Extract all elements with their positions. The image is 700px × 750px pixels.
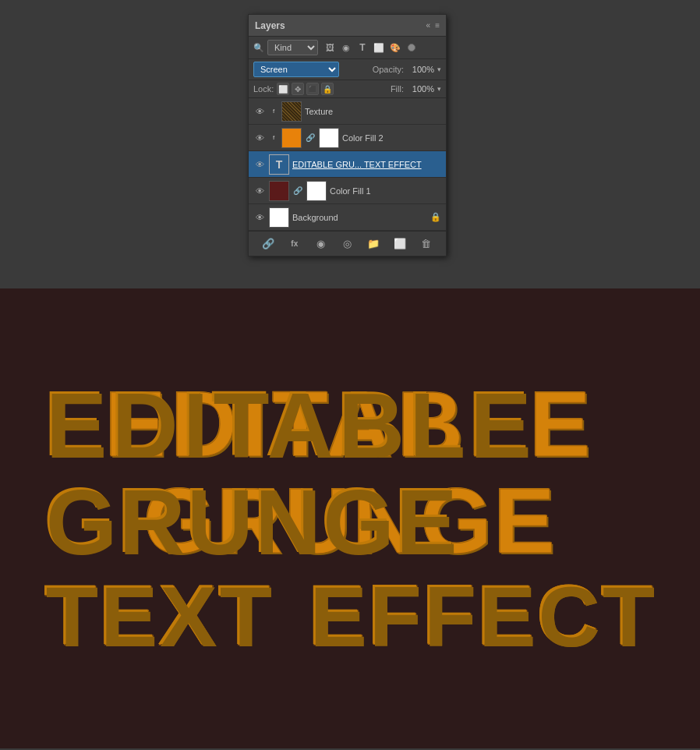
group-btn[interactable]: 📁 xyxy=(366,237,380,251)
layer-visibility-eye[interactable]: 👁 xyxy=(253,211,266,224)
opacity-label: Opacity: xyxy=(373,65,404,74)
lock-label: Lock: xyxy=(253,84,274,94)
layer-row-active[interactable]: 👁 T EDITABLE GRU... TEXT EFFECT xyxy=(249,151,446,178)
layers-list: 👁 f Texture 👁 f 🔗 Color Fill 2 👁 T EDITA… xyxy=(249,98,446,231)
opacity-arrow[interactable]: ▾ xyxy=(437,65,441,73)
layer-thumbnail-text: T xyxy=(269,154,289,175)
layer-visibility-eye[interactable]: 👁 xyxy=(253,105,266,118)
layer-thumbnail-mask xyxy=(319,128,339,148)
link-layers-btn[interactable]: 🔗 xyxy=(261,237,275,251)
layer-visibility-eye[interactable]: 👁 xyxy=(253,185,266,197)
lock-pixels-btn[interactable]: ⬜ xyxy=(277,83,289,95)
layer-thumbnail-mask2 xyxy=(306,181,327,201)
layer-row[interactable]: 👁 Background 🔒 xyxy=(249,204,446,231)
opacity-value: 100% xyxy=(407,65,434,74)
filter-smart-icon[interactable]: 🎨 xyxy=(388,41,402,55)
layers-panel: Layers « ≡ 🔍 Kind 🖼 ◉ T ⬜ 🎨 Screen Norma… xyxy=(248,14,447,256)
layer-row[interactable]: 👁 f Texture xyxy=(249,98,446,125)
layer-lock-icon: 🔒 xyxy=(430,212,441,222)
filter-image-icon[interactable]: 🖼 xyxy=(323,41,337,55)
filter-shape-icon[interactable]: ⬜ xyxy=(372,41,386,55)
layer-row[interactable]: 👁 f 🔗 Color Fill 2 xyxy=(249,125,446,151)
menu-icon[interactable]: ≡ xyxy=(435,21,440,30)
new-layer-btn[interactable]: ⬜ xyxy=(393,237,407,251)
panel-title: Layers xyxy=(255,20,285,31)
layer-thumbnail-orange xyxy=(281,128,302,148)
layer-chain-icon: 🔗 xyxy=(292,186,303,196)
layer-row[interactable]: 👁 🔗 Color Fill 1 xyxy=(249,178,446,204)
delete-btn[interactable]: 🗑 xyxy=(419,237,433,251)
layer-thumbnail-bg xyxy=(269,207,289,228)
panel-header: Layers « ≡ xyxy=(249,15,446,37)
lock-all-btn[interactable]: 🔒 xyxy=(321,83,334,95)
layer-mask-btn[interactable]: ◎ xyxy=(340,237,354,251)
layer-name: Background xyxy=(292,213,427,222)
lock-artboard-btn[interactable]: ⬛ xyxy=(306,83,319,95)
fill-arrow[interactable]: ▾ xyxy=(437,85,441,93)
lock-position-btn[interactable]: ✥ xyxy=(292,83,304,95)
panel-header-icons: « ≡ xyxy=(426,21,440,30)
grunge-text-line2: GRUNGE xyxy=(44,473,656,570)
layer-chain-icon: 🔗 xyxy=(305,133,316,143)
grunge-text-container: EDITABLE GRUNGE TEXT EFFECT xyxy=(29,361,671,675)
panel-footer: 🔗 fx ◉ ◎ 📁 ⬜ 🗑 xyxy=(249,231,446,256)
collapse-icon[interactable]: « xyxy=(426,21,431,30)
grunge-text-line3: TEXT EFFECT xyxy=(44,570,656,660)
fill-value: 100% xyxy=(407,84,434,94)
layer-name: Color Fill 1 xyxy=(330,186,441,196)
blend-row: Screen Normal Multiply Overlay Opacity: … xyxy=(249,59,446,80)
filter-search-icon: 🔍 xyxy=(253,43,264,53)
filter-circle-icon[interactable] xyxy=(405,41,419,55)
lock-row: Lock: ⬜ ✥ ⬛ 🔒 Fill: 100% ▾ xyxy=(249,80,446,98)
lock-icons: ⬜ ✥ ⬛ 🔒 xyxy=(277,83,334,95)
layer-fx-btn[interactable]: fx xyxy=(288,237,302,251)
filter-adjust-icon[interactable]: ◉ xyxy=(339,41,353,55)
layer-name: Color Fill 2 xyxy=(342,133,441,143)
kind-dropdown[interactable]: Kind xyxy=(267,40,318,55)
filter-icons: 🖼 ◉ T ⬜ 🎨 xyxy=(323,41,419,55)
grunge-text-line1: EDITABLE xyxy=(44,377,656,473)
filter-text-icon[interactable]: T xyxy=(355,41,369,55)
layer-visibility-eye[interactable]: 👁 xyxy=(253,158,266,171)
layer-thumbnail xyxy=(281,101,302,122)
new-fill-btn[interactable]: ◉ xyxy=(314,237,328,251)
layer-name: EDITABLE GRU... TEXT EFFECT xyxy=(292,160,441,169)
filter-row: 🔍 Kind 🖼 ◉ T ⬜ 🎨 xyxy=(249,37,446,59)
layer-fx-icon: f xyxy=(269,133,278,143)
fill-label: Fill: xyxy=(391,84,404,94)
layer-fx-icon: f xyxy=(269,107,278,116)
layer-thumbnail-dark xyxy=(269,181,289,201)
layer-visibility-eye[interactable]: 👁 xyxy=(253,132,266,144)
canvas-content: EDITABLE GRUNGE TEXT EFFECT xyxy=(0,288,700,748)
layer-name: Texture xyxy=(305,107,441,116)
blend-mode-dropdown[interactable]: Screen Normal Multiply Overlay xyxy=(253,62,339,77)
